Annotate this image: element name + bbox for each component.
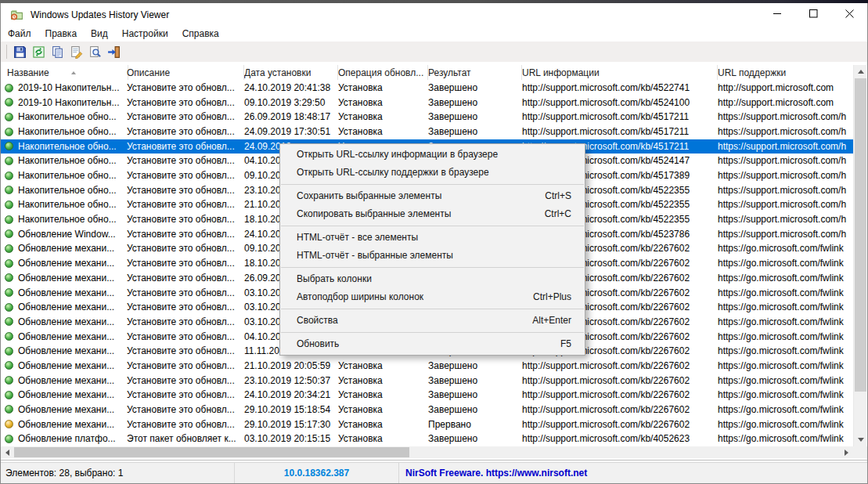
cell-support: https://support.microsoft.com/h bbox=[718, 229, 852, 240]
table-row[interactable]: 2019-10 Накопительн...Установите это обн… bbox=[1, 81, 853, 96]
scroll-down-arrow[interactable] bbox=[854, 433, 867, 446]
context-menu-item-3[interactable]: Сохранить выбранные элементыCtrl+S bbox=[280, 187, 585, 205]
toolbar-save-button[interactable] bbox=[11, 43, 29, 61]
table-row[interactable]: Обновление механи...Установите это обнов… bbox=[1, 403, 853, 417]
update-status-icon-green bbox=[5, 332, 13, 341]
cell-support: https://go.microsoft.com/fwlink bbox=[718, 258, 852, 269]
status-pane-nirsoft-link[interactable]: NirSoft Freeware. https://www.nirsoft.ne… bbox=[399, 463, 867, 483]
column-header-op[interactable]: Операция обновл... bbox=[333, 65, 428, 80]
update-status-icon-green bbox=[5, 113, 13, 121]
column-header-name[interactable]: Название bbox=[1, 65, 128, 80]
column-header-label: Название bbox=[7, 67, 49, 78]
title-bar[interactable]: Windows Updates History Viewer bbox=[1, 3, 867, 26]
toolbar-properties-button[interactable] bbox=[67, 43, 85, 61]
menu-item-label: Автоподбор ширины колонок bbox=[297, 288, 423, 306]
table-row[interactable]: Накопительное обно...Установите это обно… bbox=[1, 125, 853, 139]
menu-item-shortcut: Ctrl+Plus bbox=[533, 288, 571, 306]
update-status-icon-yellow bbox=[5, 420, 13, 428]
menu-item-label: Скопировать выбранные элементы bbox=[297, 205, 451, 223]
cell-op: Установка bbox=[338, 126, 422, 137]
cell-name: Обновление механи... bbox=[18, 287, 121, 298]
context-menu-item-12[interactable]: СвойстваAlt+Enter bbox=[280, 312, 585, 330]
menu-item-shortcut: Ctrl+C bbox=[545, 205, 571, 223]
menu-item-label: Сохранить выбранные элементы bbox=[297, 187, 441, 205]
column-header-label: Результат bbox=[428, 67, 471, 78]
cell-op: Установка bbox=[338, 97, 422, 108]
menu-item-label: Свойства bbox=[297, 312, 338, 330]
column-header-result[interactable]: Результат bbox=[423, 65, 522, 80]
cell-info: http://support.microsoft.com/kb/2267602 bbox=[522, 375, 711, 386]
cell-support: https://go.microsoft.com/fwlink bbox=[718, 331, 852, 342]
menu-item-label: Выбрать колонки bbox=[297, 270, 372, 288]
update-status-icon-green bbox=[5, 84, 13, 92]
table-row[interactable]: Обновление механи...Установите это обнов… bbox=[1, 374, 853, 388]
menubar-item-edit[interactable]: Правка bbox=[38, 27, 85, 41]
scroll-up-arrow[interactable] bbox=[854, 65, 867, 78]
table-row[interactable]: 2019-10 Накопительн...Установите это обн… bbox=[1, 96, 853, 110]
horizontal-scrollbar[interactable] bbox=[1, 446, 853, 458]
minimize-button[interactable] bbox=[759, 3, 795, 26]
column-header-info[interactable]: URL информации bbox=[517, 65, 718, 80]
cell-desc: Установите это обновл... bbox=[127, 97, 238, 108]
cell-support: https://support.microsoft.com/h bbox=[718, 141, 852, 152]
table-row[interactable]: Обновление платфо...Этот пакет обновляет… bbox=[1, 432, 853, 446]
context-menu-item-1[interactable]: Открыть URL-ссылку поддержки в браузере bbox=[280, 164, 585, 182]
table-row[interactable]: Обновление механи...Установите это обнов… bbox=[1, 388, 853, 403]
vertical-scrollbar[interactable] bbox=[853, 65, 866, 446]
update-status-icon-green bbox=[5, 405, 13, 414]
close-button[interactable] bbox=[831, 3, 867, 26]
context-menu-item-9[interactable]: Выбрать колонки bbox=[280, 270, 585, 288]
maximize-button[interactable] bbox=[795, 3, 831, 26]
menu-item-shortcut: Alt+Enter bbox=[532, 312, 571, 330]
cell-desc: Установите это обновл... bbox=[127, 155, 238, 166]
close-icon bbox=[845, 9, 854, 20]
column-header-desc[interactable]: Описание bbox=[122, 65, 244, 80]
up-arrow-icon bbox=[858, 70, 864, 74]
toolbar-copy-button[interactable] bbox=[49, 43, 67, 61]
cell-op: Установка bbox=[338, 433, 422, 444]
toolbar-exit-button[interactable] bbox=[105, 43, 123, 61]
update-status-icon-green bbox=[5, 142, 13, 150]
cell-support: https://support.microsoft.com/h bbox=[718, 185, 852, 196]
cell-date: 29.10.2019 15:18:54 bbox=[244, 404, 332, 415]
cell-support: https://support.microsoft.com/h bbox=[718, 214, 852, 225]
scroll-left-arrow[interactable] bbox=[1, 446, 14, 458]
horizontal-scroll-thumb[interactable] bbox=[14, 447, 409, 457]
context-menu-item-6[interactable]: HTML-отчёт - все элементы bbox=[280, 229, 585, 247]
copy-icon bbox=[51, 45, 64, 59]
scroll-right-arrow[interactable] bbox=[840, 446, 853, 458]
cell-desc: Установите это обновл... bbox=[127, 316, 238, 327]
toolbar-refresh-button[interactable] bbox=[30, 43, 48, 61]
cell-desc: Установите это обновл... bbox=[127, 243, 238, 254]
menu-item-label: HTML-отчёт - выбранные элементы bbox=[297, 247, 453, 265]
menubar-item-help[interactable]: Справка bbox=[175, 27, 226, 41]
toolbar bbox=[1, 42, 867, 62]
cell-result: Завершено bbox=[428, 375, 516, 386]
menubar-item-view[interactable]: Вид bbox=[84, 27, 115, 41]
status-pane-items-count: Элементов: 28, выбрано: 1 bbox=[1, 463, 235, 483]
context-menu-item-4[interactable]: Скопировать выбранные элементыCtrl+C bbox=[280, 205, 585, 223]
app-icon bbox=[10, 8, 23, 21]
cell-date: 24.10.2019 20:41:38 bbox=[244, 82, 332, 93]
column-header-support[interactable]: URL поддержки bbox=[713, 65, 858, 80]
toolbar-find-button[interactable] bbox=[86, 43, 104, 61]
properties-icon bbox=[70, 45, 83, 59]
context-menu-item-0[interactable]: Открыть URL-ссылку информации в браузере bbox=[280, 146, 585, 164]
cell-desc: Установите это обновл... bbox=[127, 126, 238, 137]
table-row[interactable]: Обновление механи...Установите это обнов… bbox=[1, 359, 853, 374]
cell-result: Завершено bbox=[428, 82, 516, 93]
menubar-item-file[interactable]: Файл bbox=[1, 27, 38, 41]
cell-result: Завершено bbox=[428, 111, 516, 122]
cell-desc: Установите это обновл... bbox=[127, 170, 238, 181]
minimize-icon bbox=[773, 9, 782, 20]
table-row[interactable]: Обновление механи...Установите это обнов… bbox=[1, 417, 853, 432]
vertical-scroll-thumb[interactable] bbox=[855, 78, 866, 392]
column-header-date[interactable]: Дата установки bbox=[240, 65, 338, 80]
cell-name: Обновление механи... bbox=[18, 360, 121, 371]
cell-name: Обновление механи... bbox=[18, 331, 121, 342]
table-row[interactable]: Накопительное обно...Установите это обно… bbox=[1, 110, 853, 125]
context-menu-item-14[interactable]: ОбновитьF5 bbox=[280, 335, 585, 353]
context-menu-item-10[interactable]: Автоподбор ширины колонокCtrl+Plus bbox=[280, 288, 585, 306]
context-menu-item-7[interactable]: HTML-отчёт - выбранные элементы bbox=[280, 247, 585, 265]
menubar-item-options[interactable]: Настройки bbox=[115, 27, 175, 41]
